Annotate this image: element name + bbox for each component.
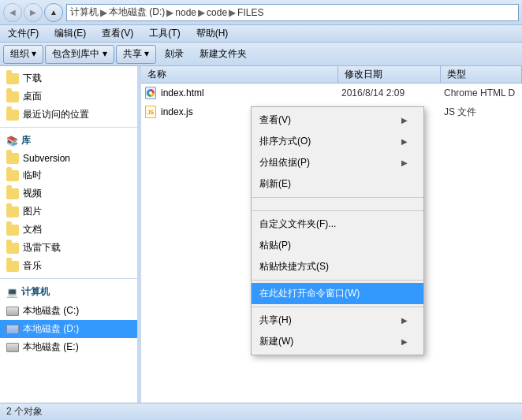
drive-e-icon xyxy=(6,343,19,352)
file-name-html: index.html xyxy=(144,86,341,100)
left-item-video[interactable]: 视频 xyxy=(0,184,137,203)
folder-icon xyxy=(6,91,19,102)
left-panel: 下载 桌面 最近访问的位置 📚 库 Subversion 临时 视频 xyxy=(0,66,138,403)
left-item-drive-d[interactable]: 本地磁盘 (D:) xyxy=(0,320,137,338)
sep2: ▶ xyxy=(166,7,173,18)
folder-icon xyxy=(6,206,19,217)
ctx-view-arrow: ▶ xyxy=(401,116,408,125)
ctx-sep4 xyxy=(252,307,423,307)
left-item-subversion[interactable]: Subversion xyxy=(0,151,137,166)
sep3: ▶ xyxy=(198,7,205,18)
toolbar: 组织 ▾ 包含到库中 ▾ 共享 ▾ 刻录 新建文件夹 xyxy=(0,43,522,66)
address-input[interactable]: 计算机 ▶ 本地磁盘 (D:) ▶ node ▶ code ▶ FILES xyxy=(66,4,519,21)
context-menu: 查看(V) ▶ 排序方式(O) ▶ 分组依据(P) ▶ 刷新(E) 自定义文件夹… xyxy=(251,106,424,355)
ctx-open-cmd[interactable]: 在此处打开命令窗口(W) xyxy=(252,283,423,304)
status-bar: 2 个对象 xyxy=(0,403,522,420)
folder-icon xyxy=(6,170,19,181)
drive-c-icon xyxy=(6,307,19,316)
back-button[interactable]: ◀ xyxy=(3,3,22,22)
computer-icon: 💻 xyxy=(6,287,18,298)
left-item-drive-e[interactable]: 本地磁盘 (E:) xyxy=(0,338,137,356)
ctx-customize[interactable] xyxy=(252,200,423,208)
ctx-sep1 xyxy=(252,197,423,198)
ctx-undo[interactable]: 粘贴快捷方式(S) xyxy=(252,256,423,277)
html-file-icon xyxy=(144,86,157,100)
left-item-temp[interactable]: 临时 xyxy=(0,166,137,184)
divider xyxy=(0,127,137,128)
col-header-type[interactable]: 类型 xyxy=(441,66,522,83)
left-item-music[interactable]: 音乐 xyxy=(0,257,137,275)
new-folder-button[interactable]: 新建文件夹 xyxy=(192,45,254,64)
ctx-refresh[interactable]: 刷新(E) xyxy=(252,173,423,195)
file-type-html: Chrome HTML D xyxy=(444,87,519,98)
left-item-recent[interactable]: 最近访问的位置 xyxy=(0,106,137,124)
ctx-group[interactable]: 分组依据(P) ▶ xyxy=(252,152,423,173)
ctx-sort-arrow: ▶ xyxy=(401,137,408,146)
share-button[interactable]: 共享 ▾ xyxy=(116,45,156,64)
up-button[interactable]: ▲ xyxy=(44,3,63,22)
left-item-download[interactable]: 下载 xyxy=(0,69,137,87)
address-node: node xyxy=(175,7,196,18)
address-bar: ◀ ▶ ▲ 计算机 ▶ 本地磁盘 (D:) ▶ node ▶ code ▶ FI… xyxy=(0,0,522,25)
col-header-date[interactable]: 修改日期 xyxy=(338,66,441,83)
file-type-js: JS 文件 xyxy=(444,106,519,119)
organize-button[interactable]: 组织 ▾ xyxy=(3,45,43,64)
menu-file[interactable]: 文件(F) xyxy=(3,25,43,42)
ctx-sep3 xyxy=(252,280,423,281)
file-date-html: 2016/8/14 2:09 xyxy=(341,87,444,98)
sep4: ▶ xyxy=(229,7,236,18)
address-drive: 本地磁盘 (D:) xyxy=(109,6,165,19)
left-item-xunlei[interactable]: 迅雷下载 xyxy=(0,239,137,257)
menu-view[interactable]: 查看(V) xyxy=(97,25,138,42)
chrome-orb-icon xyxy=(147,89,155,97)
menu-bar: 文件(F) 编辑(E) 查看(V) 工具(T) 帮助(H) xyxy=(0,25,522,43)
folder-icon xyxy=(6,73,19,84)
folder-icon xyxy=(6,243,19,254)
include-button[interactable]: 包含到库中 ▾ xyxy=(45,45,114,64)
left-item-drive-c[interactable]: 本地磁盘 (C:) xyxy=(0,302,137,320)
computer-header[interactable]: 💻 计算机 xyxy=(0,282,137,302)
ctx-sep2 xyxy=(252,210,423,211)
ctx-new[interactable]: 新建(W) ▶ xyxy=(252,331,423,352)
left-item-documents[interactable]: 文档 xyxy=(0,221,137,239)
forward-button[interactable]: ▶ xyxy=(24,3,43,22)
ctx-share[interactable]: 共享(H) ▶ xyxy=(252,310,423,331)
folder-icon xyxy=(6,153,19,164)
left-item-pictures[interactable]: 图片 xyxy=(0,203,137,221)
ctx-sort[interactable]: 排序方式(O) ▶ xyxy=(252,131,423,152)
status-text: 2 个对象 xyxy=(6,405,43,418)
menu-edit[interactable]: 编辑(E) xyxy=(50,25,91,42)
ctx-group-arrow: ▶ xyxy=(401,158,408,167)
burn-button[interactable]: 刻录 xyxy=(158,45,191,64)
folder-icon xyxy=(6,110,19,121)
libraries-header[interactable]: 📚 库 xyxy=(0,131,137,151)
address-files: FILES xyxy=(237,7,263,18)
file-list-header: 名称 修改日期 类型 xyxy=(141,66,522,84)
sep1: ▶ xyxy=(100,7,107,18)
address-computer: 计算机 xyxy=(70,6,99,19)
folder-icon xyxy=(6,188,19,199)
ctx-share-arrow: ▶ xyxy=(401,316,408,325)
menu-tools[interactable]: 工具(T) xyxy=(144,25,185,42)
ctx-new-arrow: ▶ xyxy=(401,337,408,346)
divider2 xyxy=(0,278,137,279)
js-file-icon: JS xyxy=(144,105,157,119)
ctx-view[interactable]: 查看(V) ▶ xyxy=(252,110,423,131)
ctx-paste-shortcut[interactable]: 粘贴(P) xyxy=(252,235,423,256)
drive-d-icon xyxy=(6,325,19,334)
col-header-name[interactable]: 名称 xyxy=(141,66,338,83)
folder-icon xyxy=(6,261,19,272)
library-icon: 📚 xyxy=(6,136,18,147)
menu-help[interactable]: 帮助(H) xyxy=(192,25,233,42)
address-code: code xyxy=(207,7,227,18)
left-item-desktop[interactable]: 桌面 xyxy=(0,87,137,106)
folder-icon xyxy=(6,225,19,236)
ctx-paste[interactable]: 自定义文件夹(F)... xyxy=(252,214,423,235)
file-row-html[interactable]: index.html 2016/8/14 2:09 Chrome HTML D xyxy=(141,84,522,102)
